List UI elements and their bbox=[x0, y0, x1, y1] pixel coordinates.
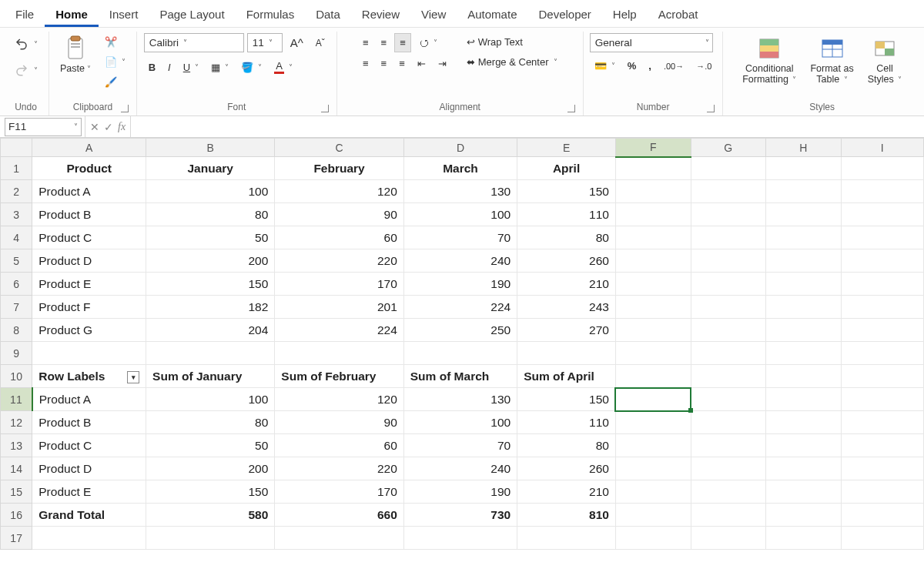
cell[interactable]: 730 bbox=[403, 504, 517, 527]
cell[interactable] bbox=[841, 157, 923, 180]
cell[interactable]: 100 bbox=[403, 203, 517, 226]
cell[interactable] bbox=[766, 457, 842, 480]
cut-button[interactable]: ✂️ bbox=[100, 33, 130, 51]
cell[interactable] bbox=[403, 527, 517, 550]
cell[interactable] bbox=[691, 296, 766, 319]
fill-color-button[interactable]: 🪣˅ bbox=[236, 59, 266, 76]
col-header-G[interactable]: G bbox=[691, 139, 766, 157]
dialog-launcher-icon[interactable] bbox=[707, 105, 715, 112]
tab-insert[interactable]: Insert bbox=[99, 3, 149, 27]
cell[interactable] bbox=[615, 273, 691, 296]
tab-page-layout[interactable]: Page Layout bbox=[149, 3, 235, 27]
cell[interactable]: 50 bbox=[146, 434, 275, 457]
row-header-2[interactable]: 2 bbox=[1, 180, 32, 203]
font-name-combo[interactable]: Calibri˅ bbox=[144, 33, 244, 52]
cell[interactable] bbox=[691, 203, 766, 226]
row-header-4[interactable]: 4 bbox=[1, 226, 32, 249]
cell[interactable]: 90 bbox=[275, 411, 403, 434]
row-header-12[interactable]: 12 bbox=[1, 411, 32, 434]
cell[interactable]: March bbox=[403, 157, 517, 180]
cell[interactable] bbox=[766, 226, 842, 249]
col-header-F[interactable]: F bbox=[615, 139, 691, 157]
col-header-D[interactable]: D bbox=[403, 139, 517, 157]
enter-formula-icon[interactable]: ✓ bbox=[104, 121, 113, 133]
col-header-B[interactable]: B bbox=[146, 139, 275, 157]
cell[interactable] bbox=[691, 365, 766, 388]
cell[interactable] bbox=[841, 249, 923, 273]
cell[interactable] bbox=[615, 157, 691, 180]
cell[interactable]: 110 bbox=[517, 411, 616, 434]
cell[interactable]: 201 bbox=[275, 296, 403, 319]
tab-acrobat[interactable]: Acrobat bbox=[648, 3, 709, 27]
cell[interactable]: Sum of January bbox=[146, 365, 275, 388]
col-header-E[interactable]: E bbox=[517, 139, 616, 157]
cell[interactable]: 80 bbox=[517, 434, 616, 457]
cell[interactable]: 210 bbox=[517, 273, 616, 296]
dialog-launcher-icon[interactable] bbox=[567, 105, 575, 112]
row-header-6[interactable]: 6 bbox=[1, 273, 32, 296]
cell[interactable]: Sum of April bbox=[517, 365, 616, 388]
cell[interactable]: 110 bbox=[517, 203, 616, 226]
tab-file[interactable]: File bbox=[5, 3, 45, 27]
cell[interactable]: 260 bbox=[517, 457, 616, 480]
cell[interactable]: 224 bbox=[275, 319, 403, 342]
align-bottom-button[interactable]: ≡ bbox=[394, 33, 411, 52]
cell[interactable] bbox=[275, 342, 403, 365]
row-header-15[interactable]: 15 bbox=[1, 480, 32, 504]
cell[interactable]: 80 bbox=[146, 203, 275, 226]
cell[interactable] bbox=[766, 203, 842, 226]
copy-button[interactable]: 📄˅ bbox=[100, 53, 130, 71]
cell[interactable]: 120 bbox=[275, 388, 403, 411]
cell[interactable] bbox=[841, 365, 923, 388]
cell[interactable]: Product B bbox=[32, 411, 146, 434]
font-color-button[interactable]: A˅ bbox=[270, 57, 297, 77]
cell[interactable] bbox=[766, 480, 842, 504]
cell[interactable] bbox=[691, 319, 766, 342]
cell[interactable]: Sum of March bbox=[403, 365, 517, 388]
redo-button[interactable]: ˅ bbox=[9, 59, 42, 81]
cell[interactable]: February bbox=[275, 157, 403, 180]
cell[interactable]: 240 bbox=[403, 249, 517, 273]
cell[interactable]: 204 bbox=[146, 319, 275, 342]
cell[interactable]: 80 bbox=[517, 226, 616, 249]
cell[interactable] bbox=[615, 411, 691, 434]
cell[interactable]: 50 bbox=[146, 226, 275, 249]
cell[interactable] bbox=[766, 296, 842, 319]
cell[interactable]: 150 bbox=[146, 273, 275, 296]
borders-button[interactable]: ▦˅ bbox=[206, 59, 233, 76]
cell[interactable] bbox=[841, 480, 923, 504]
cell[interactable] bbox=[517, 527, 616, 550]
row-header-1[interactable]: 1 bbox=[1, 157, 32, 180]
cell[interactable] bbox=[403, 342, 517, 365]
cell[interactable] bbox=[691, 388, 766, 411]
comma-button[interactable]: , bbox=[644, 57, 656, 75]
cell[interactable] bbox=[841, 273, 923, 296]
format-as-table-button[interactable]: Format asTable ˅ bbox=[805, 33, 858, 88]
cell[interactable]: Product C bbox=[32, 434, 146, 457]
cell[interactable] bbox=[841, 457, 923, 480]
cell[interactable]: 200 bbox=[146, 457, 275, 480]
cell-styles-button[interactable]: CellStyles ˅ bbox=[863, 33, 907, 88]
cell[interactable]: Product F bbox=[32, 296, 146, 319]
row-header-8[interactable]: 8 bbox=[1, 319, 32, 342]
formula-input[interactable] bbox=[131, 118, 924, 136]
cell[interactable]: Product D bbox=[32, 457, 146, 480]
cell[interactable] bbox=[841, 434, 923, 457]
cell[interactable] bbox=[691, 342, 766, 365]
paste-button[interactable]: Paste bbox=[55, 33, 95, 76]
row-header-13[interactable]: 13 bbox=[1, 434, 32, 457]
cell[interactable] bbox=[766, 342, 842, 365]
tab-formulas[interactable]: Formulas bbox=[236, 3, 306, 27]
underline-button[interactable]: U˅ bbox=[179, 59, 203, 76]
cell[interactable]: Product bbox=[32, 157, 146, 180]
cell[interactable]: 240 bbox=[403, 457, 517, 480]
cell[interactable]: Product C bbox=[32, 226, 146, 249]
cell[interactable] bbox=[615, 226, 691, 249]
filter-dropdown-icon[interactable]: ▾ bbox=[127, 371, 139, 383]
increase-decimal-button[interactable]: .00→ bbox=[659, 59, 688, 74]
cell[interactable]: 182 bbox=[146, 296, 275, 319]
cell[interactable]: 100 bbox=[403, 411, 517, 434]
cell[interactable]: 150 bbox=[517, 388, 616, 411]
cell[interactable]: 270 bbox=[517, 319, 616, 342]
cell[interactable]: 660 bbox=[275, 504, 403, 527]
